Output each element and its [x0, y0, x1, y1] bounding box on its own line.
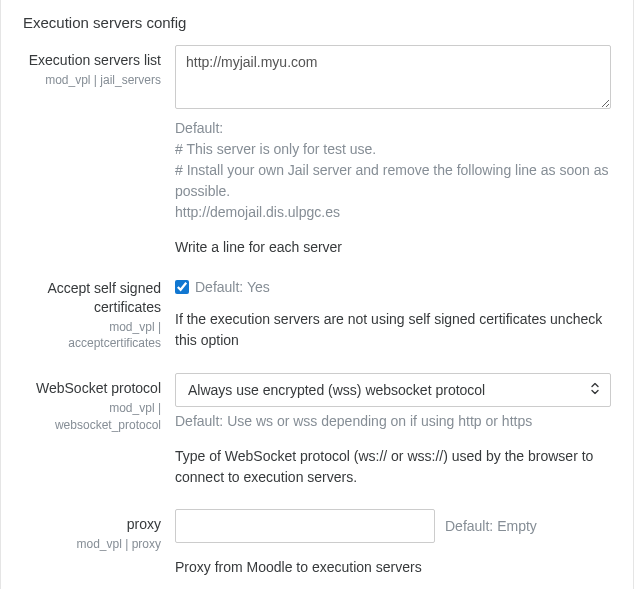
- servers-list-description: Write a line for each server: [175, 237, 611, 257]
- ws-protocol-default: Default: Use ws or wss depending on if u…: [175, 411, 611, 432]
- row-ws-protocol: WebSocket protocol mod_vpl | websocket_p…: [1, 351, 633, 487]
- accept-cert-description: If the execution servers are not using s…: [175, 309, 611, 350]
- row-accept-cert: Accept self signed certificates mod_vpl …: [1, 257, 633, 351]
- row-servers-list: Execution servers list mod_vpl | jail_se…: [1, 35, 633, 257]
- ws-protocol-sublabel: mod_vpl | websocket_protocol: [23, 400, 161, 432]
- servers-list-label: Execution servers list: [23, 51, 161, 70]
- section-title: Execution servers config: [1, 8, 633, 35]
- proxy-label: proxy: [23, 515, 161, 534]
- ws-protocol-description: Type of WebSocket protocol (ws:// or wss…: [175, 446, 611, 487]
- accept-cert-sublabel: mod_vpl | acceptcertificates: [23, 319, 161, 351]
- proxy-sublabel: mod_vpl | proxy: [23, 536, 161, 552]
- proxy-default: Default: Empty: [445, 518, 537, 534]
- servers-list-default: Default: # This server is only for test …: [175, 118, 611, 223]
- servers-list-textarea[interactable]: [175, 45, 611, 109]
- accept-cert-label: Accept self signed certificates: [23, 279, 161, 317]
- ws-protocol-label: WebSocket protocol: [23, 379, 161, 398]
- row-proxy: proxy mod_vpl | proxy Default: Empty Pro…: [1, 487, 633, 577]
- accept-cert-checkbox[interactable]: [175, 280, 189, 294]
- servers-list-sublabel: mod_vpl | jail_servers: [23, 72, 161, 88]
- proxy-input[interactable]: [175, 509, 435, 543]
- ws-protocol-select[interactable]: Always use encrypted (wss) websocket pro…: [175, 373, 611, 407]
- proxy-description: Proxy from Moodle to execution servers: [175, 557, 611, 577]
- execution-servers-config-panel: Execution servers config Execution serve…: [0, 0, 634, 589]
- accept-cert-default: Default: Yes: [195, 279, 270, 295]
